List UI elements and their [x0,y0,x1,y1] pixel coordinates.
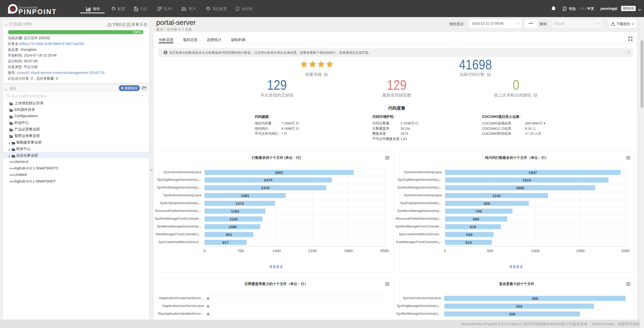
svg-text:PINPOINT: PINPOINT [18,8,57,16]
